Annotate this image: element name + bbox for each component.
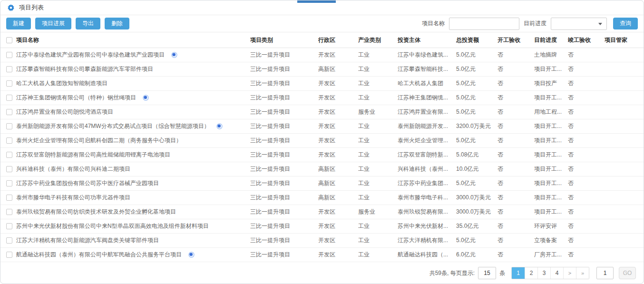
district: 高新区 [318, 65, 358, 73]
next-page-button[interactable]: > [563, 267, 576, 279]
page-title: 项目列表 [19, 3, 44, 12]
table-row[interactable]: 哈工大机器人集团致知智能制造项目 三比一提升项目 开发区 工业 哈工大机器人集团… [0, 77, 644, 91]
district: 开发区 [318, 51, 358, 59]
project-list-window: 项目列表 新建 项目进展 导出 删除 项目名称 目前进度 查询 项目名称 项目类… [0, 0, 644, 284]
industry-category: 工业 [358, 65, 398, 73]
page-jump-input[interactable] [596, 267, 614, 279]
start-acceptance: 否 [498, 65, 534, 73]
total-investment: 5.0亿元 [456, 94, 498, 102]
table-row[interactable]: 兴科迪科技（泰州）有限公司兴科迪二期项目 三比一提升项目 高新区 工业 兴科迪科… [0, 162, 644, 176]
table-header: 项目名称 项目类别 行政区 产业类别 投资主体 总投资额 开工验收 目前进度 竣… [0, 32, 644, 48]
row-checkbox[interactable] [6, 66, 12, 72]
investor: 江苏大洋精机有限... [398, 236, 456, 245]
export-button[interactable]: 导出 [76, 18, 100, 29]
completion-acceptance: 否 [568, 137, 605, 145]
eye-icon[interactable] [143, 95, 149, 101]
eye-icon[interactable] [188, 252, 195, 258]
industry-category: 工业 [358, 165, 398, 173]
project-name-input[interactable] [449, 18, 519, 30]
current-progress: 项目开工... [534, 137, 568, 145]
project-name: 泰州市滕华电子科技有限公司功率元器件项目 [16, 194, 130, 202]
search-area: 项目名称 目前进度 查询 [422, 18, 638, 30]
query-button[interactable]: 查询 [613, 18, 638, 29]
table-row[interactable]: 江苏鸿昇置业有限公司朗悦湾酒店项目 三比一提升项目 开发区 服务业 江苏鸿昇置业… [0, 105, 644, 119]
row-checkbox[interactable] [6, 166, 12, 172]
table-row[interactable]: 江苏大洋精机有限公司新能源汽车阀盘类关键零部件项目 三比一提升项目 开发区 工业… [0, 234, 644, 248]
current-progress: 项目开工... [534, 94, 568, 102]
row-checkbox[interactable] [6, 109, 12, 115]
investor: 江苏神王集团钢缆... [398, 94, 456, 102]
table-row[interactable]: 江苏神王集团钢缆有限公司（特种）钢丝绳项目 三比一提升项目 开发区 工业 江苏神… [0, 91, 644, 105]
table-row[interactable]: 苏州中来光伏新材股份有限公司中来N型单晶双面高效电池及组件新材料项目 三比一提升… [0, 219, 644, 234]
table-row[interactable]: 江苏苏中药业集团股份有限公司苏中医疗器械产业园项目 三比一提升项目 高新区 工业… [0, 176, 644, 191]
row-checkbox[interactable] [6, 80, 12, 87]
eye-icon[interactable] [171, 52, 177, 58]
go-button[interactable]: GO [619, 267, 636, 279]
row-checkbox[interactable] [6, 195, 12, 201]
row-checkbox[interactable] [6, 209, 12, 215]
investor: 泰州玖锐贸易有限... [398, 208, 456, 216]
industry-category: 工业 [358, 79, 398, 88]
current-progress: 项目开工... [534, 122, 568, 130]
page-button-3[interactable]: 3 [537, 267, 550, 279]
col-project-category: 项目类别 [250, 36, 318, 44]
industry-category: 服务业 [358, 208, 398, 216]
district: 开发区 [318, 222, 358, 230]
total-investment: 3000.0万美元 [456, 208, 498, 216]
col-industry-category: 产业类别 [358, 36, 398, 44]
table-row[interactable]: 泰州市滕华电子科技有限公司功率元器件项目 三比一提升项目 高新区 工业 泰州市滕… [0, 191, 644, 205]
row-checkbox[interactable] [6, 223, 12, 229]
table-row[interactable]: 江苏双登富朗特新能源有限公司高性能储能用锂离子电池项目 三比一提升项目 开发区 … [0, 148, 644, 162]
table-row[interactable]: 航通融达科技园（泰州）有限公司中航军民融合公共服务平台项目 三比一提升项目 开发… [0, 248, 644, 262]
last-page-button[interactable]: » [576, 267, 589, 279]
project-name: 江苏双登富朗特新能源有限公司高性能储能用锂离子电池项目 [16, 151, 170, 159]
row-checkbox[interactable] [6, 180, 12, 186]
row-checkbox[interactable] [6, 137, 12, 144]
completion-acceptance: 否 [568, 236, 605, 245]
start-acceptance: 否 [498, 222, 534, 230]
current-progress: 厂房开工... [534, 251, 568, 259]
project-category: 三比一提升项目 [250, 208, 318, 216]
row-checkbox[interactable] [6, 95, 12, 101]
table-row[interactable]: 泰州新朗能源开发有限公司47MW分布式交易试点项目（综合智慧能源项目） 三比一提… [0, 119, 644, 134]
investor: 江苏鸿昇置业有限... [398, 108, 456, 116]
page-button-2[interactable]: 2 [525, 267, 537, 279]
table-row[interactable]: 泰州玖锐贸易有限公司纺织类技术研发及外贸企业孵化基地项目 三比一提升项目 开发区… [0, 205, 644, 219]
total-investment: 5.08亿元 [456, 151, 498, 159]
project-category: 三比一提升项目 [250, 179, 318, 187]
current-progress: 项目开工... [534, 65, 568, 73]
table-row[interactable]: 江苏中泰绿色建筑产业园有限公司中泰绿色建筑产业园项目 三比一提升项目 开发区 工… [0, 48, 644, 62]
completion-acceptance: 否 [568, 122, 605, 130]
row-checkbox[interactable] [6, 52, 12, 58]
investor: 江苏中泰绿色建筑... [398, 51, 456, 59]
row-checkbox[interactable] [6, 152, 12, 158]
completion-acceptance: 否 [568, 251, 605, 259]
project-name: 兴科迪科技（泰州）有限公司兴科迪二期项目 [16, 165, 130, 173]
current-progress: 项目开工... [534, 179, 568, 187]
table-row[interactable]: 泰州火炬企业管理有限公司启航科创园二期（商务服务中心项目） 三比一提升项目 开发… [0, 134, 644, 148]
project-category: 三比一提升项目 [250, 151, 318, 159]
eye-icon[interactable] [216, 123, 223, 129]
current-progress-select[interactable] [551, 18, 607, 30]
district: 开发区 [318, 251, 358, 259]
page-size-input[interactable] [478, 267, 496, 279]
total-investment: 3200.0万美元 [456, 122, 498, 130]
row-checkbox[interactable] [6, 252, 12, 258]
select-all-checkbox[interactable] [6, 37, 12, 43]
start-acceptance: 否 [498, 108, 534, 116]
completion-acceptance: 否 [568, 165, 605, 173]
current-progress: 项目开工... [534, 151, 568, 159]
delete-button[interactable]: 删除 [105, 18, 129, 29]
completion-acceptance: 否 [568, 94, 605, 102]
row-checkbox[interactable] [6, 237, 12, 244]
project-name: 江苏鸿昇置业有限公司朗悦湾酒店项目 [16, 108, 113, 116]
current-progress: 立项备案 [534, 236, 568, 245]
new-button[interactable]: 新建 [6, 18, 31, 29]
project-progress-button[interactable]: 项目进展 [35, 18, 71, 29]
start-acceptance: 否 [498, 208, 534, 216]
project-name: 江苏大洋精机有限公司新能源汽车阀盘类关键零部件项目 [16, 236, 159, 245]
table-row[interactable]: 江苏攀森智能科技有限公司攀森新能源汽车零部件项目 三比一提升项目 高新区 工业 … [0, 62, 644, 77]
page-button-4[interactable]: 4 [550, 267, 563, 279]
row-checkbox[interactable] [6, 123, 12, 129]
page-button-1[interactable]: 1 [512, 267, 525, 279]
